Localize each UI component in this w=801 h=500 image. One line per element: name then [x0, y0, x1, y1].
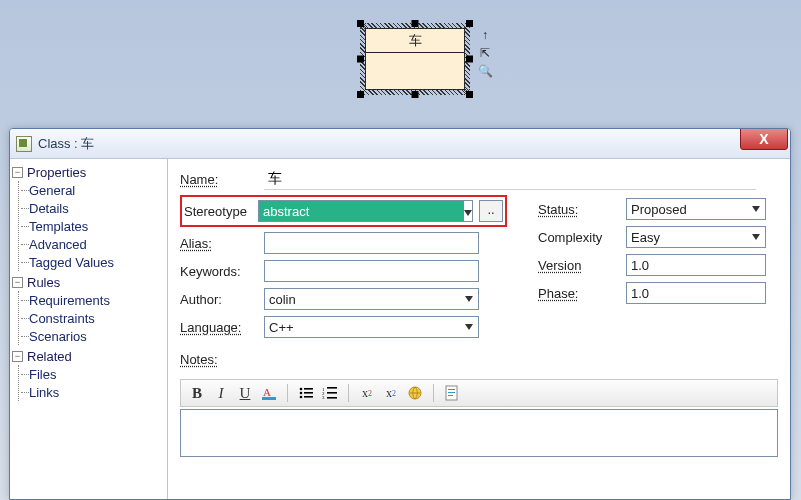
separator [433, 384, 434, 402]
font-color-button[interactable]: A [259, 383, 279, 403]
diagram-element-title: 车 [366, 29, 464, 53]
resize-handle[interactable] [466, 56, 473, 63]
chevron-down-icon[interactable] [747, 227, 765, 247]
chevron-down-icon[interactable] [464, 204, 472, 219]
stereotype-label: Stereotype [184, 204, 258, 219]
version-label: Version [538, 258, 620, 273]
author-label: Author: [180, 292, 258, 307]
svg-text:3: 3 [322, 395, 325, 400]
list-bullets-button[interactable] [296, 383, 316, 403]
tree-item-advanced[interactable]: Advanced [21, 235, 163, 253]
stereotype-value: abstract [259, 201, 464, 221]
quicklink-connector-icon[interactable]: ⇱ [478, 46, 492, 60]
titlebar[interactable]: Class : 车 X [10, 129, 790, 159]
author-combo[interactable]: colin [264, 288, 479, 310]
status-value: Proposed [631, 202, 687, 217]
form-panel: Name: Stereotype abstract .. Alias: K [168, 159, 790, 499]
subscript-button[interactable]: x2 [381, 383, 401, 403]
tree-item-files[interactable]: Files [21, 365, 163, 383]
status-label: Status: [538, 202, 620, 217]
svg-point-4 [300, 392, 303, 395]
resize-handle[interactable] [466, 20, 473, 27]
svg-rect-17 [448, 392, 455, 393]
insert-button[interactable] [442, 383, 462, 403]
status-combo[interactable]: Proposed [626, 198, 766, 220]
resize-handle[interactable] [357, 91, 364, 98]
magnifier-icon[interactable]: 🔍 [478, 64, 492, 78]
stereotype-highlight: Stereotype abstract .. [180, 195, 507, 227]
class-properties-dialog: Class : 车 X − Properties General Details… [9, 128, 791, 500]
stereotype-combo[interactable]: abstract [258, 200, 473, 222]
chevron-down-icon[interactable] [460, 289, 478, 309]
notes-label: Notes: [180, 352, 258, 367]
list-numbers-button[interactable]: 123 [320, 383, 340, 403]
svg-rect-13 [327, 397, 337, 399]
resize-handle[interactable] [412, 20, 419, 27]
complexity-value: Easy [631, 230, 660, 245]
superscript-button[interactable]: x2 [357, 383, 377, 403]
hyperlink-button[interactable] [405, 383, 425, 403]
dialog-icon [16, 136, 32, 152]
language-combo[interactable]: C++ [264, 316, 479, 338]
tree-node-rules[interactable]: − Rules [12, 273, 163, 291]
author-value: colin [269, 292, 296, 307]
separator [348, 384, 349, 402]
tree-label: Rules [27, 275, 60, 290]
svg-rect-7 [304, 396, 313, 398]
diagram-class-element[interactable]: 车 [365, 28, 465, 90]
language-label: Language: [180, 320, 258, 335]
resize-handle[interactable] [412, 91, 419, 98]
svg-rect-11 [327, 392, 337, 394]
right-column: Status: Proposed Complexity Easy Version [538, 195, 790, 307]
collapse-icon[interactable]: − [12, 277, 23, 288]
tree-node-properties[interactable]: − Properties [12, 163, 163, 181]
tree-label: Related [27, 349, 72, 364]
nav-tree[interactable]: − Properties General Details Templates A… [10, 159, 168, 499]
alias-label: Alias: [180, 236, 258, 251]
language-value: C++ [269, 320, 294, 335]
name-input[interactable] [264, 168, 756, 190]
resize-handle[interactable] [357, 20, 364, 27]
tree-item-general[interactable]: General [21, 181, 163, 199]
rich-text-toolbar: B I U A 123 x2 x2 [180, 379, 778, 407]
svg-rect-3 [304, 388, 313, 390]
svg-rect-16 [448, 389, 455, 390]
quicklink-arrow-icon[interactable]: ↑ [478, 28, 492, 42]
close-button[interactable]: X [740, 128, 788, 150]
phase-label: Phase: [538, 286, 620, 301]
tree-item-templates[interactable]: Templates [21, 217, 163, 235]
collapse-icon[interactable]: − [12, 351, 23, 362]
version-input[interactable] [626, 254, 766, 276]
phase-input[interactable] [626, 282, 766, 304]
resize-handle[interactable] [466, 91, 473, 98]
complexity-label: Complexity [538, 230, 620, 245]
chevron-down-icon[interactable] [460, 317, 478, 337]
tree-item-details[interactable]: Details [21, 199, 163, 217]
stereotype-browse-button[interactable]: .. [479, 200, 503, 222]
resize-handle[interactable] [357, 56, 364, 63]
tree-item-scenarios[interactable]: Scenarios [21, 327, 163, 345]
svg-rect-9 [327, 387, 337, 389]
dialog-title: Class : 车 [38, 135, 740, 153]
tree-item-links[interactable]: Links [21, 383, 163, 401]
notes-textarea[interactable] [180, 409, 778, 457]
keywords-input[interactable] [264, 260, 479, 282]
svg-point-2 [300, 388, 303, 391]
svg-text:A: A [263, 386, 271, 398]
chevron-down-icon[interactable] [747, 199, 765, 219]
svg-point-6 [300, 396, 303, 399]
separator [287, 384, 288, 402]
collapse-icon[interactable]: − [12, 167, 23, 178]
tree-item-constraints[interactable]: Constraints [21, 309, 163, 327]
complexity-combo[interactable]: Easy [626, 226, 766, 248]
tree-item-tagged-values[interactable]: Tagged Values [21, 253, 163, 271]
underline-button[interactable]: U [235, 383, 255, 403]
alias-input[interactable] [264, 232, 479, 254]
svg-rect-5 [304, 392, 313, 394]
keywords-label: Keywords: [180, 264, 258, 279]
italic-button[interactable]: I [211, 383, 231, 403]
tree-item-requirements[interactable]: Requirements [21, 291, 163, 309]
bold-button[interactable]: B [187, 383, 207, 403]
tree-label: Properties [27, 165, 86, 180]
tree-node-related[interactable]: − Related [12, 347, 163, 365]
